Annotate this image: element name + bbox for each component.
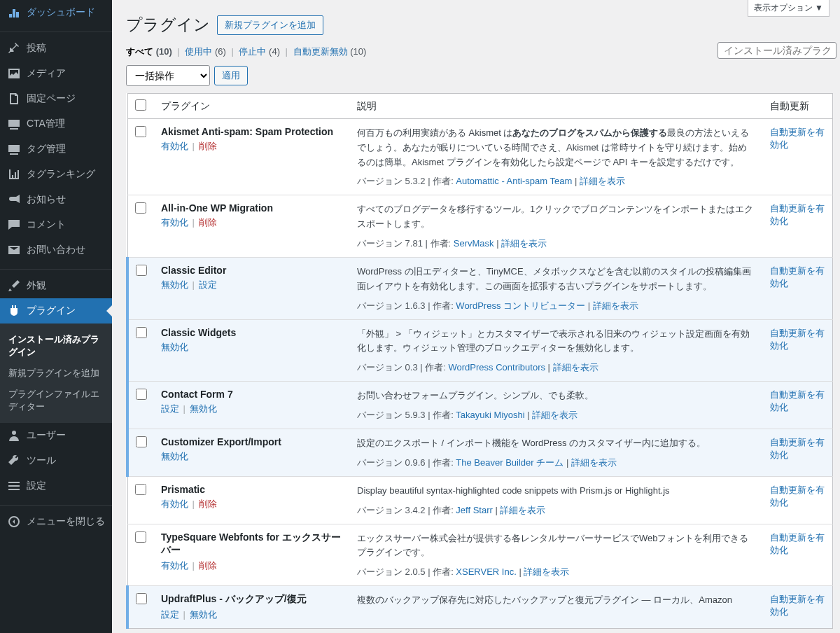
enable-auto-update-link[interactable]: 自動更新を有効化 (770, 389, 825, 412)
deactivate-link[interactable]: 無効化 (161, 451, 188, 461)
author-link[interactable]: WordPress Contributors (449, 362, 545, 373)
author-link[interactable]: Takayuki Miyoshi (456, 410, 524, 420)
details-link[interactable]: 詳細を表示 (501, 238, 547, 249)
plugin-name: TypeSquare Webfonts for エックスサーバー (161, 531, 343, 557)
page-icon (7, 92, 21, 106)
menu-chart[interactable]: タグランキング (0, 162, 112, 187)
activate-link[interactable]: 有効化 (161, 141, 188, 151)
enable-auto-update-link[interactable]: 自動更新を有効化 (770, 265, 825, 288)
filter-link[interactable]: 使用中 (6) (185, 46, 226, 57)
plugin-meta: バージョン 3.4.2 | 作者: Jeff Starr | 詳細を表示 (357, 504, 756, 517)
details-link[interactable]: 詳細を表示 (580, 176, 625, 186)
plugin-checkbox[interactable] (136, 593, 147, 604)
select-all-checkbox[interactable] (135, 99, 146, 111)
menu-collapse[interactable]: メニューを閉じる (0, 509, 112, 534)
enable-auto-update-link[interactable]: 自動更新を有効化 (770, 203, 825, 226)
plugin-row: Classic Editor無効化 | 設定WordPress の旧エディターと… (127, 257, 833, 319)
author-link[interactable]: WordPress コントリビューター (456, 300, 585, 311)
enable-auto-update-link[interactable]: 自動更新を有効化 (770, 594, 825, 617)
enable-auto-update-link[interactable]: 自動更新を有効化 (770, 485, 825, 508)
plugin-checkbox[interactable] (135, 126, 146, 137)
plugin-name: Akismet Anti-spam: Spam Protection (161, 126, 343, 137)
plugin-checkbox[interactable] (135, 484, 146, 495)
plugin-checkbox[interactable] (135, 202, 146, 214)
bulk-action-select[interactable]: 一括操作 (126, 65, 210, 86)
filter-link[interactable]: 停止中 (4) (239, 46, 280, 57)
plugin-row: Classic Widgets無効化「外観」 > 「ウィジェット」とカスタマイザ… (127, 319, 833, 382)
search-input[interactable] (718, 42, 836, 59)
menu-media[interactable]: メディア (0, 61, 112, 86)
author-link[interactable]: The Beaver Builder チーム (456, 457, 564, 468)
menu-cog[interactable]: 設定 (0, 473, 112, 499)
menu-pin[interactable]: 投稿 (0, 36, 112, 61)
filter-link[interactable]: すべて (10) (126, 46, 172, 57)
details-link[interactable]: 詳細を表示 (532, 410, 578, 420)
menu-dashboard[interactable]: ダッシュボード (0, 0, 112, 25)
delete-link[interactable]: 削除 (199, 141, 217, 151)
menu-page[interactable]: 固定ページ (0, 86, 112, 111)
plugin-meta: バージョン 1.6.3 | 作者: WordPress コントリビューター | … (357, 300, 756, 312)
delete-link[interactable]: 削除 (199, 560, 217, 571)
enable-auto-update-link[interactable]: 自動更新を有効化 (770, 328, 825, 351)
deactivate-link[interactable]: 無効化 (161, 342, 188, 352)
details-link[interactable]: 詳細を表示 (593, 300, 638, 311)
menu-user[interactable]: ユーザー (0, 423, 112, 448)
plugin-icon (7, 304, 21, 318)
apply-button[interactable]: 適用 (214, 66, 248, 85)
settings-link[interactable]: 設定 (161, 403, 179, 414)
filter-link[interactable]: 自動更新無効 (10) (293, 46, 367, 57)
enable-auto-update-link[interactable]: 自動更新を有効化 (770, 532, 825, 555)
enable-auto-update-link[interactable]: 自動更新を有効化 (770, 127, 825, 150)
delete-link[interactable]: 削除 (199, 499, 217, 509)
column-description[interactable]: 説明 (350, 94, 763, 119)
activate-link[interactable]: 有効化 (161, 560, 188, 571)
plugin-checkbox[interactable] (136, 389, 147, 400)
author-link[interactable]: XSERVER Inc. (456, 566, 516, 577)
author-link[interactable]: ServMask (454, 238, 494, 249)
admin-sidebar: ダッシュボード投稿メディア固定ページCTA管理タグ管理タグランキングお知らせコメ… (0, 0, 112, 633)
plugin-checkbox[interactable] (136, 436, 147, 447)
delete-link[interactable]: 削除 (199, 217, 217, 228)
menu-slides[interactable]: タグ管理 (0, 137, 112, 162)
svg-point-0 (12, 431, 16, 435)
plugin-checkbox[interactable] (135, 531, 146, 543)
enable-auto-update-link[interactable]: 自動更新を有効化 (770, 437, 825, 460)
submenu-item[interactable]: 新規プラグインを追加 (0, 363, 112, 384)
author-link[interactable]: Jeff Starr (456, 505, 493, 515)
plugin-row: TypeSquare Webfonts for エックスサーバー有効化 | 削除… (127, 524, 833, 586)
plugin-checkbox[interactable] (136, 327, 147, 338)
deactivate-link[interactable]: 無効化 (190, 403, 217, 414)
menu-slides[interactable]: CTA管理 (0, 111, 112, 137)
plugin-description: 「外観」 > 「ウィジェット」とカスタマイザーで表示される旧来のウィジェット設定… (357, 327, 756, 356)
menu-plugin[interactable]: プラグイン (0, 298, 112, 324)
user-icon (7, 429, 21, 443)
column-auto-update[interactable]: 自動更新 (763, 94, 833, 119)
menu-megaphone[interactable]: お知らせ (0, 187, 112, 212)
menu-tools[interactable]: ツール (0, 448, 112, 473)
plugin-description: Display beautiful syntax-highlighted cod… (357, 484, 756, 499)
plugin-meta: バージョン 2.0.5 | 作者: XSERVER Inc. | 詳細を表示 (357, 566, 756, 578)
details-link[interactable]: 詳細を表示 (553, 362, 598, 373)
screen-options-button[interactable]: 表示オプション ▼ (748, 0, 830, 17)
menu-mail[interactable]: お問い合わせ (0, 237, 112, 263)
details-link[interactable]: 詳細を表示 (500, 505, 545, 515)
author-link[interactable]: Automattic - Anti-spam Team (456, 176, 572, 186)
settings-link[interactable]: 設定 (161, 609, 179, 620)
details-link[interactable]: 詳細を表示 (524, 566, 569, 577)
plugin-description: 設定のエクスポート / インポート機能を WordPress のカスタマイザー内… (357, 436, 756, 451)
pin-icon (7, 41, 21, 55)
menu-brush[interactable]: 外観 (0, 273, 112, 298)
column-plugin[interactable]: プラグイン (154, 94, 350, 119)
menu-comment[interactable]: コメント (0, 212, 112, 237)
settings-link[interactable]: 設定 (199, 279, 217, 290)
deactivate-link[interactable]: 無効化 (190, 609, 217, 620)
add-new-plugin-button[interactable]: 新規プラグインを追加 (217, 15, 323, 35)
details-link[interactable]: 詳細を表示 (571, 457, 617, 468)
activate-link[interactable]: 有効化 (161, 217, 188, 228)
plugin-checkbox[interactable] (136, 265, 147, 276)
submenu-item[interactable]: プラグインファイルエディター (0, 384, 112, 417)
submenu-item[interactable]: インストール済みプラグイン (0, 329, 112, 363)
activate-link[interactable]: 有効化 (161, 499, 188, 509)
deactivate-link[interactable]: 無効化 (161, 279, 188, 290)
mail-icon (7, 243, 21, 257)
